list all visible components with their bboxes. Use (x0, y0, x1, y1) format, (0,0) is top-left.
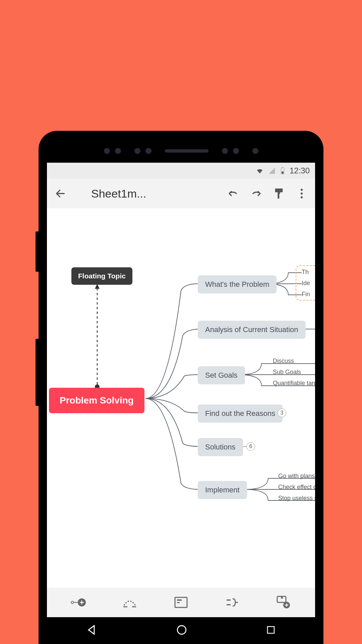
center-topic-node[interactable]: Problem Solving (49, 388, 144, 413)
svg-point-7 (301, 193, 303, 195)
format-button[interactable] (272, 186, 286, 201)
svg-point-6 (301, 189, 303, 191)
phone-frame: 12:30 Sheet1m... (39, 131, 323, 644)
branch-node-setgoals[interactable]: Set Goals (198, 366, 245, 384)
add-relationship-button[interactable] (120, 594, 139, 610)
android-nav-bar (47, 617, 315, 644)
svg-rect-21 (177, 602, 180, 603)
sub-item[interactable]: Discuss (273, 358, 294, 365)
branch-node-problem[interactable]: What's the Problem (198, 275, 277, 293)
sub-item[interactable]: Stop useless so (278, 495, 315, 502)
mindmap-canvas[interactable]: Floating Topic Problem Solving What's th… (47, 208, 315, 588)
branch-node-reasons[interactable]: Find out the Reasons (198, 405, 283, 423)
sub-item[interactable]: Th (302, 269, 309, 276)
svg-rect-5 (278, 194, 279, 199)
app-toolbar: Sheet1m... (47, 179, 315, 208)
branch-node-solutions[interactable]: Solutions (198, 438, 243, 456)
collapse-count-badge[interactable]: 3 (278, 409, 286, 417)
more-button[interactable] (294, 186, 309, 201)
branch-node-analysis[interactable]: Analysis of Current Situation (198, 321, 306, 339)
add-note-button[interactable] (172, 594, 190, 610)
nav-back-button[interactable] (86, 624, 98, 637)
svg-point-29 (177, 626, 186, 634)
battery-icon (280, 167, 285, 174)
svg-rect-30 (267, 627, 274, 633)
bottom-toolbar (47, 588, 315, 617)
nav-home-button[interactable] (176, 624, 187, 637)
sub-item[interactable]: Fin (302, 291, 310, 298)
branch-node-implement[interactable]: Implement (198, 481, 247, 499)
sheet-title: Sheet1m... (91, 187, 218, 200)
svg-point-25 (281, 597, 283, 599)
svg-point-8 (301, 196, 303, 198)
cellular-icon (268, 167, 276, 174)
collapse-count-badge[interactable]: 6 (246, 442, 255, 451)
sub-item[interactable]: Ide (302, 280, 310, 287)
device-screen: 12:30 Sheet1m... (47, 163, 315, 644)
nav-recent-button[interactable] (266, 625, 276, 636)
add-floating-button[interactable] (274, 594, 293, 610)
sub-item[interactable]: Quantifiable targe (273, 380, 315, 387)
status-time: 12:30 (290, 166, 310, 175)
back-button[interactable] (53, 186, 68, 201)
svg-rect-19 (175, 597, 187, 607)
sub-item[interactable]: Check effect of (278, 484, 315, 491)
redo-button[interactable] (249, 186, 263, 201)
status-bar: 12:30 (47, 163, 315, 179)
svg-rect-2 (282, 171, 284, 174)
add-summary-button[interactable] (223, 594, 242, 610)
add-subtopic-button[interactable] (69, 594, 88, 610)
floating-topic-node[interactable]: Floating Topic (71, 267, 132, 285)
svg-point-12 (71, 601, 74, 604)
sub-item[interactable]: Sub Goals (273, 369, 301, 376)
sub-item[interactable]: Go with plans (278, 473, 315, 480)
svg-rect-4 (278, 192, 280, 194)
svg-rect-20 (177, 599, 182, 601)
wifi-icon (256, 167, 263, 174)
svg-rect-3 (275, 189, 283, 192)
undo-button[interactable] (226, 186, 241, 201)
